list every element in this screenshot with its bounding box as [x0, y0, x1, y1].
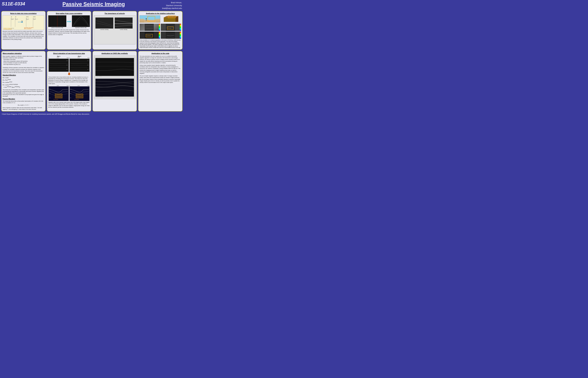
- poster-title: Passive Seismic Imaging: [25, 1, 162, 7]
- beach-photo: [140, 15, 160, 23]
- svg-rect-55: [49, 59, 68, 72]
- casc-title: Application to CASC-like synthetic: [94, 52, 135, 54]
- coda-title: Application to the coda: [140, 52, 181, 54]
- noise-diagram-svg: r1 r2 r1*r1 r1*r2 lag: [3, 15, 44, 30]
- svg-text:250: 250: [70, 93, 71, 94]
- svg-text:CASC model: CASC model: [96, 76, 102, 77]
- svg-text:hollow pipe: hollow pipe: [168, 16, 174, 17]
- svg-text:after correlations: after correlations: [24, 28, 31, 29]
- svg-text:lag: lag: [21, 20, 23, 21]
- passive-transmission-image: [48, 15, 66, 27]
- passive-migration-title: Passive Migration: [3, 98, 44, 100]
- footer-acknowledgement: I thank Deyan Dragonov of Delft Universi…: [1, 113, 183, 116]
- equations: R₀= U₀D₀* R₀= R₀e-iKzΔz R₁= U₀D₁e-iKzΔz …: [3, 77, 44, 88]
- photo-row-1: hollow pipe: [140, 15, 181, 23]
- bottom-day1-mig: 100 250 400 Raw migration: [49, 86, 69, 101]
- svg-text:400: 400: [70, 97, 71, 98]
- passive-migration-body2: Direct migration of passive data uses th…: [3, 107, 44, 110]
- 3d-box-photo: hollow pipe: [161, 15, 181, 23]
- cyan-arrow-svg: [67, 20, 71, 23]
- wave-eq-title: Wave-equation migration: [3, 52, 44, 54]
- svg-text:raw data: raw data: [10, 28, 14, 29]
- passive-equation: R₀= U₀D₀* = T₊T₋*: [3, 104, 44, 106]
- photo-row-3: water table (?): [140, 31, 181, 39]
- shallow-application-panel: Application to the shallow subsurface: [138, 11, 183, 50]
- coda-body3: The use of depth migration requires a ve…: [140, 75, 181, 83]
- down-arrow-svg: [68, 72, 71, 75]
- svg-text:400: 400: [66, 69, 68, 70]
- casc-panel: Application to CASC-like synthetic CASC …: [93, 51, 137, 112]
- svg-text:incorrect velocity: incorrect velocity: [100, 29, 108, 30]
- svg-text:hollow pipe: hollow pipe: [168, 28, 171, 28]
- seismic-thumb-svg-2: hollow pipe: [161, 24, 181, 31]
- svg-text:L: L: [73, 26, 73, 27]
- casc-diagram-svg: CASC model Migration result: [94, 55, 135, 99]
- shot-gather-panel: Shot-gather from cross-correlation: [47, 11, 91, 50]
- beach-svg: [140, 15, 160, 23]
- svg-text:r1*r2: r1*r2: [33, 16, 35, 18]
- 3d-box-svg: hollow pipe: [161, 15, 181, 23]
- day2-seismic: 100 250 400: [69, 59, 90, 72]
- svg-text:100: 100: [70, 89, 71, 90]
- migration-result-body: Migration with a true velocity model (ra…: [48, 102, 90, 108]
- noise-to-data-body: Because every trace records both the inc…: [3, 30, 44, 40]
- seismic-thumb-svg-1: [140, 24, 160, 31]
- seismic-thumb-svg-4: [161, 32, 181, 39]
- day2-label: day 2: [69, 55, 90, 57]
- day1-label: day 1: [49, 55, 69, 57]
- svg-text:r1: r1: [11, 16, 12, 18]
- author-affil: Stanford University: [166, 4, 182, 7]
- svg-rect-42: [164, 17, 175, 22]
- svg-text:Migration result: Migration result: [96, 96, 103, 97]
- seismic-thumbnail-1: [140, 24, 160, 31]
- bottom-day2-col: 035007000 100 250 400 Raw migration: [69, 85, 90, 101]
- coda-panel: Application to the coda The case present…: [138, 51, 183, 112]
- svg-rect-16: [49, 15, 66, 27]
- coda-body2: Using a wave-equation based migration al…: [140, 65, 181, 74]
- bottom-day2-svg: 100 250 400 Raw migration: [69, 86, 90, 101]
- svg-text:250: 250: [49, 93, 51, 94]
- bottom-day1-col: 035007000 100 250 400: [49, 85, 69, 101]
- direct-migration-body: Theory dictates that a truly identical d…: [48, 76, 90, 84]
- photo-row-2: hollow pipe: [140, 24, 181, 31]
- svg-text:water table (?): water table (?): [146, 35, 151, 36]
- svg-text:Raw migration: Raw migration: [74, 99, 79, 100]
- svg-text:250: 250: [87, 65, 89, 66]
- svg-rect-54: [166, 32, 175, 39]
- svg-text:100: 100: [66, 60, 68, 61]
- svg-text:400: 400: [87, 69, 89, 70]
- standard-migration-body: This shows the commutability of the corr…: [3, 89, 44, 97]
- svg-marker-8: [20, 21, 23, 23]
- seismic-thumb-svg-3: water table (?): [140, 32, 160, 39]
- svg-text:r2: r2: [15, 16, 16, 18]
- direct-migration-panel: Direct migration of raw transmission dat…: [47, 51, 91, 112]
- direct-migration-title: Direct migration of raw transmission dat…: [48, 52, 90, 54]
- day1-svg: 100 250 400: [49, 59, 69, 72]
- svg-text:Raw migration: Raw migration: [53, 99, 58, 100]
- equivalent-label: equivalent reflection data: [72, 27, 90, 28]
- poster-header: S11E-0334 Passive Seismic Imaging Brad A…: [1, 1, 183, 10]
- day1-seismic: 100 250 400: [49, 59, 69, 72]
- bottom-day2-mig: 100 250 400 Raw migration: [69, 86, 90, 101]
- day-row-bottom: 035007000 100 250 400: [48, 85, 90, 101]
- equivalent-reflection-image: L: [72, 15, 90, 27]
- author-email: brad@sep.stanford.edu: [162, 7, 182, 9]
- poster-author: Brad Artman, Stanford University brad@se…: [162, 1, 182, 10]
- seismic-thumbnail-4: [161, 31, 181, 39]
- day1-col: day 1 035007000 100 250: [49, 55, 69, 72]
- standard-migration-title: Standard Migration: [3, 74, 44, 76]
- svg-text:correct velocity: correct velocity: [120, 29, 127, 30]
- bottom-day1-svg: 100 250 400 Raw migration: [49, 86, 69, 101]
- equiv-seismic-svg: L: [72, 15, 90, 27]
- svg-text:250: 250: [66, 65, 68, 66]
- velocity-diagram-svg: incorrect velocity correct velocity: [94, 15, 135, 44]
- noise-to-data-title: Noise to data via cross-correlation: [3, 13, 44, 14]
- svg-marker-63: [68, 73, 71, 75]
- migration-theory-panel: Wave-equation migration Wave-equation mi…: [1, 51, 46, 112]
- passive-seismic-svg: [48, 15, 66, 27]
- wave-eq-body: Wave-equation migration of reflection se…: [3, 55, 44, 73]
- svg-text:100: 100: [87, 60, 89, 61]
- velocity-title: The importance of velocity: [94, 13, 135, 14]
- svg-point-39: [146, 18, 147, 19]
- day-row-top: day 1 035007000 100 250: [48, 55, 90, 72]
